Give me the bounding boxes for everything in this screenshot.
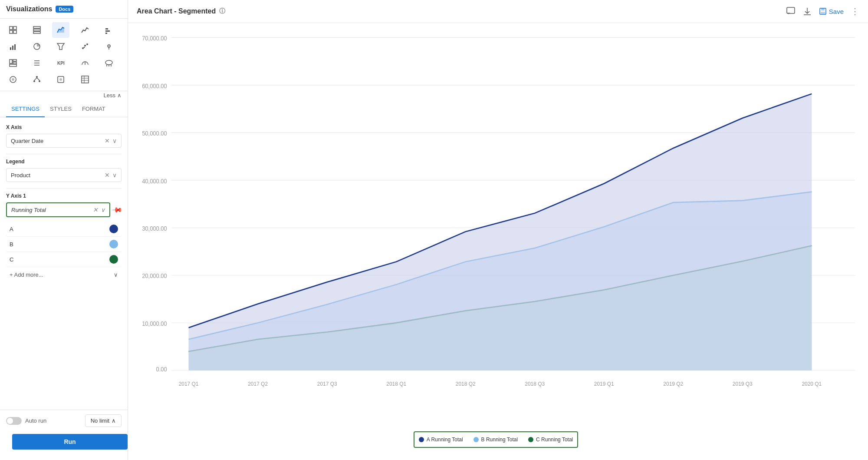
- list-btn[interactable]: [28, 55, 46, 71]
- y-axis-field-value: Running Total: [11, 207, 46, 213]
- legend-dropdown[interactable]: Product ✕ ∨: [6, 168, 122, 182]
- svg-text:2020 Q1: 2020 Q1: [802, 381, 822, 387]
- legend-clear-icon[interactable]: ✕: [105, 172, 110, 179]
- svg-marker-15: [57, 43, 64, 50]
- auto-run-switch[interactable]: [6, 417, 22, 425]
- svg-rect-4: [33, 26, 40, 28]
- info-icon[interactable]: ⓘ: [219, 7, 225, 15]
- legend-field-value: Product: [11, 172, 105, 179]
- tree-btn[interactable]: [28, 72, 46, 87]
- svg-rect-13: [14, 44, 16, 50]
- svg-rect-5: [33, 29, 40, 31]
- svg-rect-9: [105, 30, 110, 32]
- less-toggle[interactable]: Less ∧: [0, 91, 128, 101]
- add-more-button[interactable]: + Add more... ∨: [6, 268, 122, 281]
- svg-rect-1: [13, 26, 16, 30]
- bar-chart-btn[interactable]: [100, 22, 118, 38]
- series-a-color[interactable]: [109, 225, 118, 233]
- table2-btn[interactable]: [76, 72, 94, 87]
- auto-run-label: Auto run: [25, 417, 46, 424]
- download-button[interactable]: [802, 7, 812, 16]
- svg-text:2017 Q2: 2017 Q2: [248, 381, 268, 387]
- a-area: [189, 94, 812, 371]
- y-axis-icons: ✕ ∨: [93, 206, 105, 213]
- series-a-label: A: [10, 226, 109, 232]
- legend-a-label: A Running Total: [427, 437, 463, 443]
- custom1-btn[interactable]: [52, 72, 69, 87]
- x-axis-label: X Axis: [6, 124, 122, 130]
- legend-b: B Running Total: [473, 437, 518, 443]
- tab-settings[interactable]: SETTINGS: [6, 101, 45, 117]
- save-button[interactable]: Save: [819, 7, 844, 15]
- x-axis-expand-icon[interactable]: ∨: [112, 137, 117, 144]
- pin-icon[interactable]: 📌: [111, 204, 123, 216]
- svg-point-17: [84, 45, 86, 46]
- legend-expand-icon[interactable]: ∨: [112, 172, 117, 179]
- radial-btn[interactable]: [4, 72, 22, 87]
- svg-rect-43: [82, 76, 89, 83]
- svg-text:10,000.00: 10,000.00: [142, 320, 167, 327]
- sidebar-bottom: Auto run No limit ∧: [0, 410, 128, 431]
- sidebar: Visualizations Docs: [0, 0, 128, 460]
- line-chart-btn[interactable]: [76, 22, 94, 38]
- series-b-color[interactable]: [109, 240, 118, 248]
- area-chart-btn[interactable]: [52, 22, 69, 38]
- svg-point-38: [39, 80, 40, 82]
- legend-b-dot: [473, 437, 479, 442]
- svg-line-40: [37, 78, 39, 80]
- sidebar-header: Visualizations Docs: [0, 0, 128, 19]
- svg-point-21: [108, 46, 109, 46]
- run-button[interactable]: Run: [12, 434, 128, 450]
- svg-rect-22: [10, 60, 12, 63]
- svg-line-39: [34, 78, 37, 80]
- svg-text:2018 Q3: 2018 Q3: [525, 381, 545, 387]
- chevron-up-icon: ∧: [117, 92, 122, 99]
- svg-text:2018 Q2: 2018 Q2: [456, 381, 476, 387]
- gauge-btn[interactable]: [76, 55, 94, 71]
- y-axis-label: Y Axis 1: [6, 193, 122, 199]
- y-axis-dropdown[interactable]: Running Total ✕ ∨: [6, 202, 110, 217]
- series-c-color[interactable]: [109, 255, 118, 264]
- legend-c-dot: [528, 437, 533, 442]
- svg-text:70,000.00: 70,000.00: [142, 35, 167, 42]
- svg-text:0.00: 0.00: [156, 366, 168, 373]
- x-axis-icons: ✕ ∨: [105, 137, 117, 144]
- pivot-chart-btn[interactable]: [28, 22, 46, 38]
- save-label: Save: [829, 8, 844, 15]
- tab-styles[interactable]: STYLES: [45, 101, 77, 117]
- x-axis-clear-icon[interactable]: ✕: [105, 137, 110, 144]
- svg-point-42: [59, 78, 62, 81]
- kpi-btn[interactable]: KPI: [52, 55, 69, 71]
- series-item-c: C: [6, 252, 122, 267]
- scatter-btn[interactable]: [76, 39, 94, 54]
- map-btn[interactable]: [100, 39, 118, 54]
- chart-legend: A Running Total B Running Total C Runnin…: [414, 431, 579, 448]
- no-limit-button[interactable]: No limit ∧: [85, 414, 122, 427]
- svg-rect-12: [12, 46, 13, 50]
- tab-format[interactable]: FORMAT: [77, 101, 111, 117]
- svg-point-35: [12, 78, 14, 81]
- dashboard-btn[interactable]: [4, 55, 22, 71]
- wordcloud-btn[interactable]: [100, 55, 118, 71]
- column-chart-btn[interactable]: [4, 39, 22, 54]
- series-item-a: A: [6, 222, 122, 237]
- x-axis-dropdown[interactable]: Quarter Date ✕ ∨: [6, 134, 122, 148]
- svg-rect-52: [821, 12, 825, 14]
- chart-title: Area Chart - Segmented ⓘ: [137, 7, 225, 15]
- funnel-btn[interactable]: [52, 39, 69, 54]
- add-more-label: + Add more...: [10, 271, 43, 278]
- chart-header-actions: Save ⋮: [786, 6, 859, 17]
- menu-dots-icon[interactable]: ⋮: [851, 6, 859, 17]
- add-more-chevron: ∨: [114, 271, 118, 278]
- svg-rect-51: [821, 8, 825, 10]
- comment-button[interactable]: [786, 7, 796, 16]
- y-axis-expand-icon[interactable]: ∨: [101, 206, 105, 213]
- svg-point-37: [33, 80, 35, 82]
- svg-text:30,000.00: 30,000.00: [142, 225, 167, 232]
- auto-run-toggle: Auto run: [6, 417, 46, 425]
- docs-badge[interactable]: Docs: [56, 6, 73, 13]
- svg-text:2019 Q1: 2019 Q1: [594, 381, 614, 387]
- pie-chart-btn[interactable]: [28, 39, 46, 54]
- y-axis-clear-icon[interactable]: ✕: [93, 206, 98, 213]
- grid-chart-btn[interactable]: [4, 22, 22, 38]
